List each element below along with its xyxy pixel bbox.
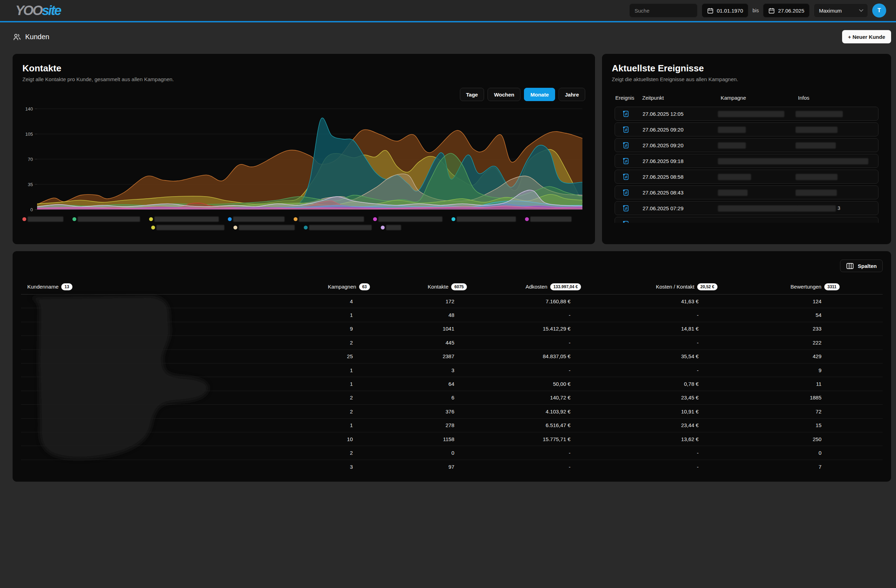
table-header-kundenname[interactable]: Kundenname13 bbox=[21, 283, 173, 290]
table-header-bewertungen[interactable]: Bewertungen3311 bbox=[720, 283, 883, 290]
event-type-icon bbox=[623, 189, 629, 196]
legend-item[interactable] bbox=[233, 225, 295, 230]
avatar[interactable]: T bbox=[872, 3, 886, 17]
event-kampagne-redacted bbox=[718, 190, 748, 196]
legend-item[interactable] bbox=[149, 217, 219, 222]
table-row[interactable]: 23764.103,92 €10,91 €72 bbox=[21, 405, 883, 418]
events-rows: 27.06.2025 12:05 27.06.2025 09:20 27.06.… bbox=[612, 107, 881, 223]
event-kampagne-redacted bbox=[718, 174, 751, 180]
legend-item[interactable] bbox=[151, 225, 224, 230]
event-kampagne-redacted bbox=[718, 127, 746, 133]
column-total-badge: 3311 bbox=[824, 283, 840, 290]
table-row[interactable]: 20--0 bbox=[21, 446, 883, 460]
event-timestamp: 27.06.2025 09:20 bbox=[643, 127, 684, 132]
event-type-icon bbox=[623, 173, 629, 181]
events-col-ereignis: Ereignis bbox=[615, 95, 642, 101]
table-row[interactable]: 2445--222 bbox=[21, 336, 883, 349]
event-row[interactable]: 27.06.2025 09:20 bbox=[615, 138, 879, 152]
range-button-jahre[interactable]: Jahre bbox=[559, 88, 585, 101]
legend-dot-icon bbox=[233, 226, 237, 229]
table-row[interactable]: 41727.160,88 €41,63 €124 bbox=[21, 295, 883, 308]
date-from-button[interactable]: 01.01.1970 bbox=[702, 3, 748, 17]
event-kampagne-redacted bbox=[718, 111, 784, 117]
legend-item[interactable] bbox=[294, 217, 364, 222]
table-header-adkosten[interactable]: Adkosten133.997,04 € bbox=[470, 283, 584, 290]
event-row[interactable]: 27.06.2025 08:58 bbox=[615, 170, 879, 184]
app-logo[interactable]: YOOsite bbox=[15, 4, 61, 17]
logo-text-blue: site bbox=[42, 3, 60, 18]
y-axis-label: 35 bbox=[28, 182, 33, 187]
table-header-kontakte[interactable]: Kontakte6075 bbox=[373, 283, 470, 290]
cell-adkosten: 15.775,71 € bbox=[470, 436, 584, 442]
table-row[interactable]: 397--7 bbox=[21, 460, 883, 474]
legend-dot-icon bbox=[23, 217, 26, 221]
cell-kontakte: 0 bbox=[373, 450, 470, 456]
table-row[interactable]: 16450,00 €0,78 €11 bbox=[21, 377, 883, 391]
legend-item[interactable] bbox=[72, 217, 140, 222]
column-label: Bewertungen bbox=[791, 284, 821, 290]
cell-kosten-kontakt: - bbox=[584, 464, 720, 470]
legend-item[interactable] bbox=[23, 217, 63, 222]
table-row[interactable]: 9104115.412,29 €14,81 €233 bbox=[21, 322, 883, 336]
legend-item[interactable] bbox=[451, 217, 516, 222]
columns-icon bbox=[846, 262, 854, 270]
logo-text-gray: YOO bbox=[15, 3, 42, 18]
avatar-initial: T bbox=[878, 8, 881, 14]
table-row[interactable]: 12786.516,47 €23,44 €15 bbox=[21, 419, 883, 432]
nav-controls: 01.01.1970 bis 27.06.2025 Maximum T bbox=[629, 3, 886, 17]
cell-adkosten: 7.160,88 € bbox=[470, 298, 584, 304]
cell-kosten-kontakt: 41,63 € bbox=[584, 298, 720, 304]
legend-row-2 bbox=[151, 225, 585, 230]
events-col-infos: Infos bbox=[798, 95, 881, 101]
new-customer-button[interactable]: + Neuer Kunde bbox=[842, 30, 891, 43]
event-infos-redacted bbox=[795, 142, 836, 149]
legend-dot-icon bbox=[151, 226, 155, 229]
page-title: Kunden bbox=[25, 33, 49, 41]
legend-item[interactable] bbox=[373, 217, 442, 222]
customers-table-card: Spalten Kundenname13Kampagnen63Kontakte6… bbox=[12, 251, 891, 482]
event-row[interactable]: 27.06.2025 08:43 bbox=[615, 185, 879, 199]
events-col-kampagne: Kampagne bbox=[721, 95, 798, 101]
event-timestamp: 27.06.2025 09:20 bbox=[643, 142, 684, 148]
table-row[interactable]: 13--9 bbox=[21, 363, 883, 377]
table-row[interactable]: 148--54 bbox=[21, 308, 883, 322]
legend-item[interactable] bbox=[525, 217, 571, 222]
top-nav: YOOsite 01.01.1970 bis 27.06.2025 Maximu… bbox=[0, 0, 896, 23]
cell-kampagnen: 2 bbox=[173, 395, 373, 401]
column-label: Kampagnen bbox=[328, 284, 356, 290]
range-button-monate[interactable]: Monate bbox=[524, 88, 555, 101]
table-header-kampagnen[interactable]: Kampagnen63 bbox=[173, 283, 373, 290]
event-infos-redacted bbox=[795, 127, 838, 133]
chart-range-buttons: TageWochenMonateJahre bbox=[23, 88, 585, 101]
event-row[interactable]: 27.06.2025 09:18 bbox=[615, 154, 879, 168]
event-infos-redacted bbox=[795, 174, 838, 180]
table-row[interactable]: 25238784.837,05 €35,54 €429 bbox=[21, 350, 883, 363]
date-to-button[interactable]: 27.06.2025 bbox=[763, 3, 809, 17]
event-kampagne-redacted bbox=[718, 205, 797, 212]
event-row[interactable] bbox=[615, 217, 879, 223]
cell-kosten-kontakt: 0,78 € bbox=[584, 381, 720, 387]
y-axis-label: 0 bbox=[30, 207, 33, 212]
range-button-wochen[interactable]: Wochen bbox=[488, 88, 520, 101]
legend-item[interactable] bbox=[381, 225, 401, 230]
legend-dot-icon bbox=[525, 217, 529, 221]
table-row[interactable]: 26140,72 €23,45 €1885 bbox=[21, 391, 883, 405]
range-button-tage[interactable]: Tage bbox=[460, 88, 485, 101]
event-row[interactable]: 27.06.2025 12:05 bbox=[615, 107, 879, 121]
table-header-kosten-kontakt[interactable]: Kosten / Kontakt20,52 € bbox=[584, 283, 720, 290]
search-input[interactable] bbox=[629, 3, 698, 17]
event-infos-redacted bbox=[795, 205, 836, 212]
contacts-card-title: Kontakte bbox=[23, 63, 585, 74]
range-select[interactable]: Maximum bbox=[814, 3, 868, 17]
event-row[interactable]: 27.06.2025 09:20 bbox=[615, 122, 879, 137]
customers-table-body: 41727.160,88 €41,63 €124148--549104115.4… bbox=[21, 295, 883, 474]
cell-kontakte: 3 bbox=[373, 367, 470, 373]
legend-label-redacted bbox=[78, 217, 140, 222]
event-row[interactable]: 27.06.2025 07:29 3 bbox=[615, 201, 879, 215]
legend-item[interactable] bbox=[304, 225, 372, 230]
table-row[interactable]: 10115815.775,71 €13,62 €250 bbox=[21, 432, 883, 446]
event-type-icon bbox=[623, 126, 629, 133]
columns-button[interactable]: Spalten bbox=[840, 260, 883, 272]
cell-kampagnen: 4 bbox=[173, 298, 373, 304]
legend-item[interactable] bbox=[228, 217, 285, 222]
